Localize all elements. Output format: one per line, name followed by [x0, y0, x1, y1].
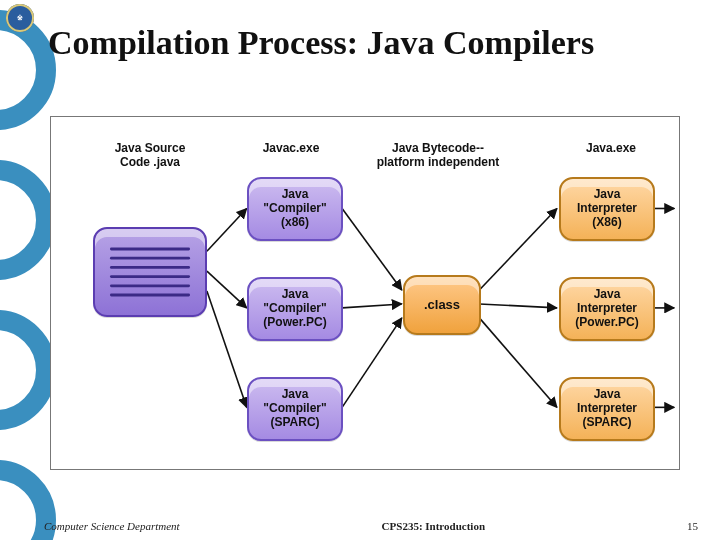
- footer-center: CPS235: Introduction: [382, 520, 485, 532]
- svg-line-8: [479, 318, 557, 407]
- footer-left: Computer Science Department: [44, 520, 180, 532]
- node-interpreter-sparc: Java Interpreter (SPARC): [559, 377, 655, 441]
- page-number: 15: [687, 520, 698, 532]
- node-label: Java "Compiler" (Power.PC): [257, 284, 332, 333]
- svg-line-2: [207, 291, 247, 407]
- node-source-code: [93, 227, 207, 317]
- column-header-javac: Javac.exe: [241, 141, 341, 155]
- node-compiler-x86: Java "Compiler" (x86): [247, 177, 343, 241]
- node-interpreter-powerpc: Java Interpreter (Power.PC): [559, 277, 655, 341]
- node-compiler-powerpc: Java "Compiler" (Power.PC): [247, 277, 343, 341]
- footer: Computer Science Department CPS235: Intr…: [0, 520, 720, 532]
- node-label: Java Interpreter (SPARC): [571, 384, 643, 433]
- node-compiler-sparc: Java "Compiler" (SPARC): [247, 377, 343, 441]
- logo-glyph: ※: [17, 14, 23, 22]
- node-interpreter-x86: Java Interpreter (X86): [559, 177, 655, 241]
- decor-left-strip: [0, 0, 28, 540]
- diagram-frame: Java Source Code .java Javac.exe Java By…: [50, 116, 680, 470]
- node-label: Java Interpreter (Power.PC): [569, 284, 644, 333]
- node-label: Java "Compiler" (x86): [257, 184, 332, 233]
- source-lines-icon: [104, 239, 196, 305]
- svg-line-6: [479, 208, 557, 290]
- svg-line-1: [207, 271, 247, 308]
- university-seal-icon: ※: [6, 4, 34, 32]
- decor-circle-icon: [0, 160, 56, 280]
- column-header-javaexe: Java.exe: [561, 141, 661, 155]
- column-header-source: Java Source Code .java: [95, 141, 205, 169]
- node-label: Java "Compiler" (SPARC): [257, 384, 332, 433]
- column-header-bytecode: Java Bytecode-- platform independent: [363, 141, 513, 169]
- svg-line-4: [342, 304, 402, 308]
- node-classfile: .class: [403, 275, 481, 335]
- node-label: Java Interpreter (X86): [571, 184, 643, 233]
- svg-line-5: [342, 318, 402, 407]
- slide-title: Compilation Process: Java Compilers: [48, 24, 594, 62]
- svg-line-0: [207, 208, 247, 251]
- svg-line-3: [342, 208, 402, 290]
- slide: ※ Compilation Process: Java Compilers Ja…: [0, 0, 720, 540]
- svg-line-7: [479, 304, 557, 308]
- decor-circle-icon: [0, 310, 56, 430]
- node-label: .class: [418, 294, 466, 317]
